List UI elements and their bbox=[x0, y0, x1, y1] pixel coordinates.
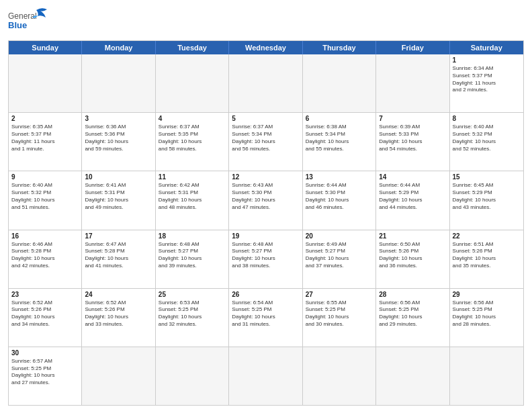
cal-cell-3-6: 22Sunrise: 6:51 AM Sunset: 5:26 PM Dayli… bbox=[450, 230, 523, 288]
day-info: Sunrise: 6:54 AM Sunset: 5:25 PM Dayligh… bbox=[232, 300, 299, 328]
cal-cell-1-4: 6Sunrise: 6:38 AM Sunset: 5:34 PM Daylig… bbox=[303, 113, 376, 171]
day-number: 14 bbox=[379, 173, 446, 181]
svg-text:General: General bbox=[8, 11, 37, 21]
day-info: Sunrise: 6:43 AM Sunset: 5:30 PM Dayligh… bbox=[232, 182, 299, 211]
day-number: 19 bbox=[232, 232, 299, 240]
cal-cell-1-2: 4Sunrise: 6:37 AM Sunset: 5:35 PM Daylig… bbox=[156, 113, 229, 171]
day-number: 30 bbox=[11, 349, 79, 357]
day-number: 24 bbox=[85, 291, 152, 298]
cal-cell-3-1: 17Sunrise: 6:47 AM Sunset: 5:28 PM Dayli… bbox=[82, 230, 155, 288]
day-info: Sunrise: 6:35 AM Sunset: 5:37 PM Dayligh… bbox=[11, 124, 79, 152]
day-info: Sunrise: 6:55 AM Sunset: 5:25 PM Dayligh… bbox=[306, 300, 373, 328]
cal-cell-4-6: 29Sunrise: 6:56 AM Sunset: 5:25 PM Dayli… bbox=[450, 289, 523, 347]
cal-cell-0-6: 1Sunrise: 6:34 AM Sunset: 5:37 PM Daylig… bbox=[450, 54, 523, 112]
calendar-row-1: 2Sunrise: 6:35 AM Sunset: 5:37 PM Daylig… bbox=[9, 112, 523, 171]
cal-cell-0-3 bbox=[229, 54, 302, 112]
day-number: 13 bbox=[306, 173, 373, 181]
day-info: Sunrise: 6:44 AM Sunset: 5:30 PM Dayligh… bbox=[306, 182, 373, 211]
day-number: 16 bbox=[11, 232, 79, 240]
day-number: 22 bbox=[453, 232, 521, 240]
calendar-header: SundayMondayTuesdayWednesdayThursdayFrid… bbox=[9, 41, 523, 54]
cal-cell-4-4: 27Sunrise: 6:55 AM Sunset: 5:25 PM Dayli… bbox=[303, 289, 376, 347]
day-header-monday: Monday bbox=[82, 41, 155, 54]
day-header-sunday: Sunday bbox=[9, 41, 82, 54]
cal-cell-5-0: 30Sunrise: 6:57 AM Sunset: 5:25 PM Dayli… bbox=[9, 347, 82, 405]
cal-cell-0-4 bbox=[303, 54, 376, 112]
day-info: Sunrise: 6:50 AM Sunset: 5:26 PM Dayligh… bbox=[379, 241, 446, 270]
day-info: Sunrise: 6:45 AM Sunset: 5:29 PM Dayligh… bbox=[453, 182, 521, 211]
calendar-body: 1Sunrise: 6:34 AM Sunset: 5:37 PM Daylig… bbox=[9, 54, 523, 405]
day-info: Sunrise: 6:37 AM Sunset: 5:35 PM Dayligh… bbox=[159, 124, 226, 152]
day-info: Sunrise: 6:48 AM Sunset: 5:27 PM Dayligh… bbox=[232, 241, 299, 270]
day-info: Sunrise: 6:36 AM Sunset: 5:36 PM Dayligh… bbox=[85, 124, 152, 152]
cal-cell-0-1 bbox=[82, 54, 155, 112]
day-info: Sunrise: 6:51 AM Sunset: 5:26 PM Dayligh… bbox=[453, 241, 521, 270]
cal-cell-2-5: 14Sunrise: 6:44 AM Sunset: 5:29 PM Dayli… bbox=[376, 171, 449, 229]
day-info: Sunrise: 6:34 AM Sunset: 5:37 PM Dayligh… bbox=[453, 65, 521, 94]
day-info: Sunrise: 6:44 AM Sunset: 5:29 PM Dayligh… bbox=[379, 182, 446, 211]
cal-cell-5-4 bbox=[303, 347, 376, 405]
cal-cell-4-3: 26Sunrise: 6:54 AM Sunset: 5:25 PM Dayli… bbox=[229, 289, 302, 347]
day-info: Sunrise: 6:39 AM Sunset: 5:33 PM Dayligh… bbox=[379, 124, 446, 152]
svg-text:Blue: Blue bbox=[8, 20, 27, 30]
day-info: Sunrise: 6:49 AM Sunset: 5:27 PM Dayligh… bbox=[306, 241, 373, 270]
day-info: Sunrise: 6:37 AM Sunset: 5:34 PM Dayligh… bbox=[232, 124, 299, 152]
cal-cell-2-4: 13Sunrise: 6:44 AM Sunset: 5:30 PM Dayli… bbox=[303, 171, 376, 229]
page: General Blue SundayMondayTuesdayWednesda… bbox=[0, 0, 532, 411]
day-header-thursday: Thursday bbox=[303, 41, 376, 54]
day-number: 12 bbox=[232, 173, 299, 181]
day-number: 15 bbox=[453, 173, 521, 181]
day-number: 23 bbox=[11, 291, 79, 298]
day-info: Sunrise: 6:52 AM Sunset: 5:26 PM Dayligh… bbox=[11, 300, 79, 328]
calendar-row-2: 9Sunrise: 6:40 AM Sunset: 5:32 PM Daylig… bbox=[9, 171, 523, 229]
cal-cell-2-2: 11Sunrise: 6:42 AM Sunset: 5:31 PM Dayli… bbox=[156, 171, 229, 229]
day-number: 28 bbox=[379, 291, 446, 298]
day-number: 1 bbox=[453, 56, 521, 64]
day-number: 5 bbox=[232, 115, 299, 122]
day-info: Sunrise: 6:56 AM Sunset: 5:25 PM Dayligh… bbox=[453, 300, 521, 328]
cal-cell-4-1: 24Sunrise: 6:52 AM Sunset: 5:26 PM Dayli… bbox=[82, 289, 155, 347]
cal-cell-2-3: 12Sunrise: 6:43 AM Sunset: 5:30 PM Dayli… bbox=[229, 171, 302, 229]
calendar-row-3: 16Sunrise: 6:46 AM Sunset: 5:28 PM Dayli… bbox=[9, 230, 523, 288]
calendar-row-5: 30Sunrise: 6:57 AM Sunset: 5:25 PM Dayli… bbox=[9, 347, 523, 405]
cal-cell-4-2: 25Sunrise: 6:53 AM Sunset: 5:25 PM Dayli… bbox=[156, 289, 229, 347]
cal-cell-0-5 bbox=[376, 54, 449, 112]
day-info: Sunrise: 6:47 AM Sunset: 5:28 PM Dayligh… bbox=[85, 241, 152, 270]
day-header-friday: Friday bbox=[376, 41, 449, 54]
day-info: Sunrise: 6:40 AM Sunset: 5:32 PM Dayligh… bbox=[11, 182, 79, 211]
cal-cell-1-5: 7Sunrise: 6:39 AM Sunset: 5:33 PM Daylig… bbox=[376, 113, 449, 171]
cal-cell-1-1: 3Sunrise: 6:36 AM Sunset: 5:36 PM Daylig… bbox=[82, 113, 155, 171]
cal-cell-5-5 bbox=[376, 347, 449, 405]
day-header-saturday: Saturday bbox=[450, 41, 523, 54]
day-header-wednesday: Wednesday bbox=[229, 41, 302, 54]
day-number: 27 bbox=[306, 291, 373, 298]
day-number: 26 bbox=[232, 291, 299, 298]
day-number: 3 bbox=[85, 115, 152, 122]
header: General Blue bbox=[8, 7, 524, 36]
cal-cell-2-0: 9Sunrise: 6:40 AM Sunset: 5:32 PM Daylig… bbox=[9, 171, 82, 229]
day-info: Sunrise: 6:38 AM Sunset: 5:34 PM Dayligh… bbox=[306, 124, 373, 152]
cal-cell-1-6: 8Sunrise: 6:40 AM Sunset: 5:32 PM Daylig… bbox=[450, 113, 523, 171]
day-number: 8 bbox=[453, 115, 521, 122]
calendar-row-4: 23Sunrise: 6:52 AM Sunset: 5:26 PM Dayli… bbox=[9, 288, 523, 347]
day-info: Sunrise: 6:46 AM Sunset: 5:28 PM Dayligh… bbox=[11, 241, 79, 270]
cal-cell-2-1: 10Sunrise: 6:41 AM Sunset: 5:31 PM Dayli… bbox=[82, 171, 155, 229]
day-header-tuesday: Tuesday bbox=[156, 41, 229, 54]
day-info: Sunrise: 6:56 AM Sunset: 5:25 PM Dayligh… bbox=[379, 300, 446, 328]
logo-icon: General Blue bbox=[8, 7, 48, 36]
day-info: Sunrise: 6:48 AM Sunset: 5:27 PM Dayligh… bbox=[159, 241, 226, 270]
day-number: 17 bbox=[85, 232, 152, 240]
cal-cell-2-6: 15Sunrise: 6:45 AM Sunset: 5:29 PM Dayli… bbox=[450, 171, 523, 229]
day-number: 10 bbox=[85, 173, 152, 181]
cal-cell-0-2 bbox=[156, 54, 229, 112]
cal-cell-1-3: 5Sunrise: 6:37 AM Sunset: 5:34 PM Daylig… bbox=[229, 113, 302, 171]
cal-cell-3-5: 21Sunrise: 6:50 AM Sunset: 5:26 PM Dayli… bbox=[376, 230, 449, 288]
day-number: 21 bbox=[379, 232, 446, 240]
cal-cell-5-6 bbox=[450, 347, 523, 405]
day-number: 29 bbox=[453, 291, 521, 298]
day-number: 18 bbox=[159, 232, 226, 240]
cal-cell-4-5: 28Sunrise: 6:56 AM Sunset: 5:25 PM Dayli… bbox=[376, 289, 449, 347]
cal-cell-0-0 bbox=[9, 54, 82, 112]
day-info: Sunrise: 6:57 AM Sunset: 5:25 PM Dayligh… bbox=[11, 358, 79, 387]
calendar: SundayMondayTuesdayWednesdayThursdayFrid… bbox=[8, 40, 524, 406]
